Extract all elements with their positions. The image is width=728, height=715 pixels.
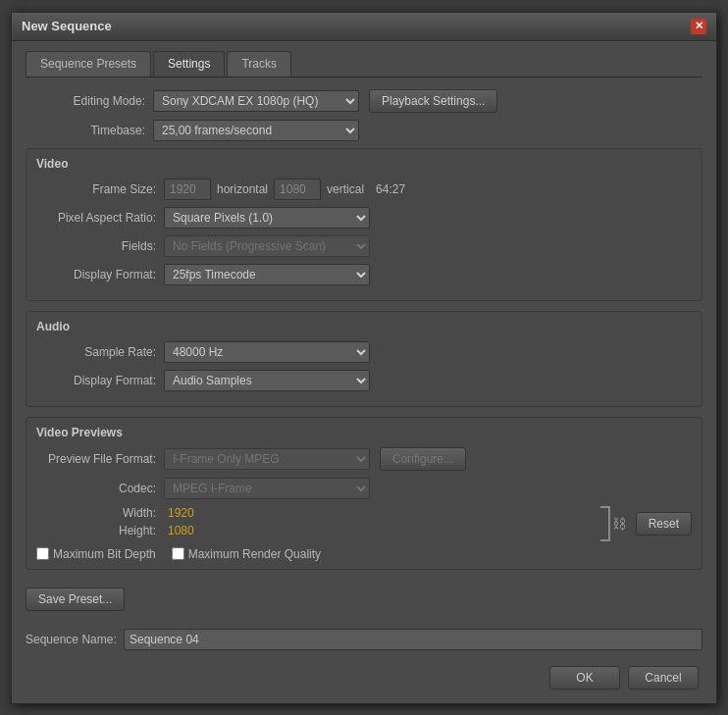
reset-button[interactable]: Reset <box>636 512 692 536</box>
audio-section-title: Audio <box>36 320 692 333</box>
max-render-quality-label[interactable]: Maximum Render Quality <box>172 547 321 561</box>
max-render-quality-checkbox[interactable] <box>172 547 184 560</box>
audio-display-format-select[interactable]: Audio Samples <box>164 370 370 391</box>
frame-size-v-input <box>274 179 321 200</box>
cancel-button[interactable]: Cancel <box>628 666 699 689</box>
preview-file-format-select: I-Frame Only MPEG <box>164 448 370 470</box>
bottom-section: Save Preset... <box>26 580 702 619</box>
audio-display-format-label: Display Format: <box>36 374 164 387</box>
preview-file-format-row: Preview File Format: I-Frame Only MPEG C… <box>36 447 692 471</box>
tab-tracks[interactable]: Tracks <box>227 51 291 77</box>
new-sequence-dialog: New Sequence ✕ Sequence Presets Settings… <box>11 12 717 704</box>
vertical-label: vertical <box>327 182 364 196</box>
chain-icon: ⛓ <box>612 516 626 532</box>
codec-select: MPEG I-Frame <box>164 478 370 499</box>
pixel-aspect-select[interactable]: Square Pixels (1.0) <box>164 207 370 229</box>
audio-section: Audio Sample Rate: 48000 Hz Display Form… <box>26 311 702 407</box>
playback-settings-button[interactable]: Playback Settings... <box>369 89 497 113</box>
checkboxes-row: Maximum Bit Depth Maximum Render Quality <box>36 547 692 561</box>
video-section: Video Frame Size: horizontal vertical 64… <box>26 148 702 301</box>
height-value: 1080 <box>168 524 194 537</box>
video-display-format-label: Display Format: <box>36 268 164 281</box>
pixel-aspect-label: Pixel Aspect Ratio: <box>36 211 164 225</box>
height-label: Height: <box>36 524 164 537</box>
width-value: 1920 <box>168 506 194 520</box>
audio-display-format-row: Display Format: Audio Samples <box>36 370 692 391</box>
preview-file-format-label: Preview File Format: <box>36 452 164 466</box>
frame-size-label: Frame Size: <box>36 182 164 196</box>
link-bracket <box>600 506 610 541</box>
video-section-title: Video <box>36 157 692 171</box>
timebase-label: Timebase: <box>26 124 153 137</box>
width-label: Width: <box>36 506 164 520</box>
editing-mode-label: Editing Mode: <box>26 94 153 108</box>
video-previews-section: Video Previews Preview File Format: I-Fr… <box>26 417 702 570</box>
fields-label: Fields: <box>36 239 164 253</box>
frame-size-row: Frame Size: horizontal vertical 64:27 <box>36 179 692 200</box>
sequence-name-row: Sequence Name: <box>26 629 702 650</box>
codec-label: Codec: <box>36 482 164 495</box>
timebase-row: Timebase: 25,00 frames/second <box>26 120 702 141</box>
configure-button: Configure... <box>380 447 466 471</box>
height-row: Height: 1080 <box>36 524 591 537</box>
title-bar: New Sequence ✕ <box>12 13 716 41</box>
video-previews-title: Video Previews <box>36 426 692 439</box>
timebase-select[interactable]: 25,00 frames/second <box>153 120 359 141</box>
sequence-name-label: Sequence Name: <box>26 633 124 646</box>
fields-row: Fields: No Fields (Progressive Scan) <box>36 235 692 257</box>
editing-mode-row: Editing Mode: Sony XDCAM EX 1080p (HQ) P… <box>26 89 702 113</box>
max-bit-depth-checkbox[interactable] <box>36 547 49 560</box>
ok-button[interactable]: OK <box>549 666 620 689</box>
tab-sequence-presets[interactable]: Sequence Presets <box>26 51 151 77</box>
pixel-aspect-row: Pixel Aspect Ratio: Square Pixels (1.0) <box>36 207 692 229</box>
max-bit-depth-label[interactable]: Maximum Bit Depth <box>36 547 156 561</box>
tab-settings[interactable]: Settings <box>153 51 225 77</box>
frame-size-h-input <box>164 179 211 200</box>
video-display-format-row: Display Format: 25fps Timecode <box>36 264 692 285</box>
width-row: Width: 1920 <box>36 506 591 520</box>
sample-rate-row: Sample Rate: 48000 Hz <box>36 341 692 363</box>
tabs-container: Sequence Presets Settings Tracks <box>26 51 702 77</box>
horizontal-label: horizontal <box>217 182 268 196</box>
codec-row: Codec: MPEG I-Frame <box>36 478 692 499</box>
sample-rate-select[interactable]: 48000 Hz <box>164 341 370 363</box>
dialog-title: New Sequence <box>22 19 112 33</box>
close-button[interactable]: ✕ <box>691 19 706 34</box>
dialog-body: Sequence Presets Settings Tracks Editing… <box>12 41 716 703</box>
dialog-footer: OK Cancel <box>26 658 702 693</box>
fields-select: No Fields (Progressive Scan) <box>164 235 370 257</box>
aspect-ratio: 64:27 <box>376 182 405 196</box>
video-display-format-select[interactable]: 25fps Timecode <box>164 264 370 285</box>
editing-mode-select[interactable]: Sony XDCAM EX 1080p (HQ) <box>153 90 359 112</box>
sample-rate-label: Sample Rate: <box>36 345 164 359</box>
save-preset-button[interactable]: Save Preset... <box>26 587 125 611</box>
sequence-name-input[interactable] <box>124 629 702 650</box>
